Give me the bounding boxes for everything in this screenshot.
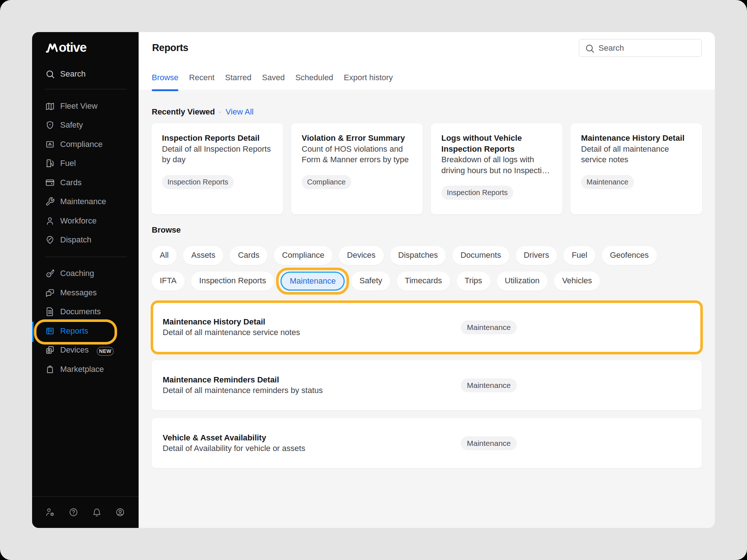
svg-text:otive: otive bbox=[59, 41, 86, 54]
